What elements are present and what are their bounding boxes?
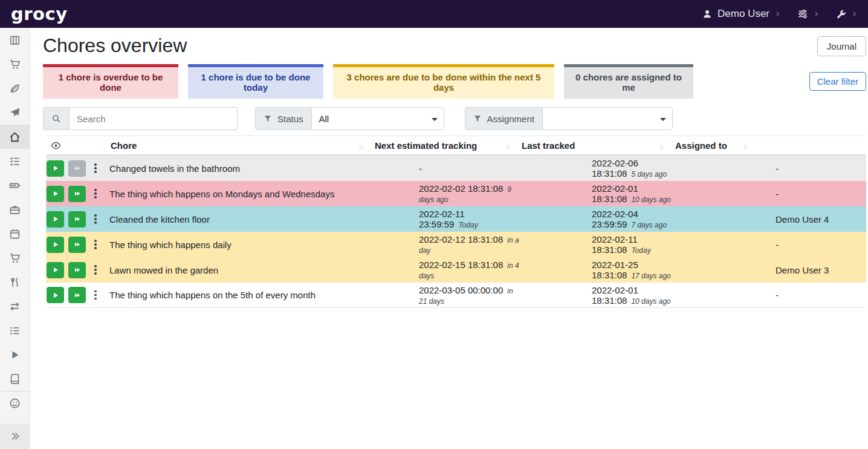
sidebar-item-purchase[interactable] <box>0 246 30 270</box>
chores-table: Chore Next estimated tracking Last track… <box>46 136 866 308</box>
sidebar-item-chore-tracking[interactable] <box>0 342 30 367</box>
status-filter-select[interactable]: All <box>312 107 444 130</box>
paper-plane-icon <box>9 107 21 119</box>
sidebar-item-chores-overview[interactable] <box>0 125 30 149</box>
track-chore-button[interactable] <box>47 160 64 177</box>
play-icon <box>52 215 59 223</box>
filter-icon <box>473 114 482 123</box>
settings-menu[interactable] <box>797 8 819 19</box>
row-menu-button[interactable] <box>90 211 101 227</box>
chore-name: Cleaned the kitchen floor <box>108 214 372 224</box>
user-menu-label: Demo User <box>717 8 769 20</box>
calendar-icon <box>9 228 21 240</box>
sidebar-item-calendar[interactable] <box>0 221 30 246</box>
sidebar-item-stock-overview[interactable] <box>0 28 30 52</box>
sidebar-expand-toggle[interactable] <box>0 424 30 449</box>
clear-filter-button[interactable]: Clear filter <box>809 72 866 91</box>
skip-chore-button[interactable] <box>68 287 86 303</box>
track-chore-button[interactable] <box>47 211 64 228</box>
play-icon <box>52 190 59 197</box>
filter-icon <box>264 114 272 123</box>
search-icon <box>51 114 61 123</box>
journal-button[interactable]: Journal <box>817 36 866 56</box>
grocy-logo[interactable]: grocy <box>11 5 68 23</box>
sliders-icon <box>797 8 808 19</box>
fast-forward-icon <box>74 215 81 223</box>
track-chore-button[interactable] <box>47 262 64 278</box>
sidebar-item-equipment[interactable] <box>0 197 30 221</box>
sidebar-item-battery-tracking[interactable] <box>0 367 30 391</box>
admin-tools-menu[interactable] <box>836 9 857 19</box>
skip-chore-button[interactable] <box>68 186 86 202</box>
row-menu-button[interactable] <box>90 186 101 202</box>
briefcase-icon <box>9 204 21 215</box>
sidebar-item-batteries-overview[interactable] <box>0 173 30 197</box>
search-input[interactable] <box>70 107 238 130</box>
sort-icon <box>743 140 747 151</box>
table-row: Lawn mowed in the garden 2022-02-15 18:3… <box>46 257 866 283</box>
play-icon <box>52 292 59 299</box>
status-filter-value: All <box>319 114 329 124</box>
leaf-icon <box>9 83 21 94</box>
track-chore-button[interactable] <box>47 287 64 303</box>
status-filter-label: Status <box>255 107 312 130</box>
table-row: The thing which happens daily 2022-02-12… <box>46 232 866 257</box>
smiley-icon <box>9 398 21 409</box>
tasks-icon <box>9 156 21 167</box>
sidebar <box>0 28 30 449</box>
header-last-tracked[interactable]: Last tracked <box>519 136 673 154</box>
chore-name: The thing which happens on the 5th of ev… <box>108 290 372 300</box>
last-tracked-relative: 5 days ago <box>631 170 667 179</box>
chore-name: The thing which happens daily <box>108 240 372 250</box>
fast-forward-icon <box>74 292 81 299</box>
sidebar-item-inventory[interactable] <box>0 318 30 342</box>
play-icon <box>52 266 59 274</box>
assignment-filter-label: Assignment <box>465 107 543 130</box>
sidebar-item-consume[interactable] <box>0 270 30 294</box>
column-visibility-toggle[interactable] <box>46 136 108 154</box>
book-icon <box>9 373 21 385</box>
status-filter-group: Status All <box>255 107 444 130</box>
next-tracking-relative: Today <box>458 221 478 229</box>
banner-due-today[interactable]: 1 chore is due to be done today <box>188 64 323 99</box>
row-menu-button[interactable] <box>90 262 101 278</box>
exchange-icon <box>9 301 21 312</box>
utensils-icon <box>9 277 21 288</box>
skip-chore-button[interactable] <box>68 237 86 253</box>
row-menu-button[interactable] <box>90 160 101 176</box>
header-next-estimated-tracking[interactable]: Next estimated tracking <box>372 136 519 154</box>
sidebar-item-transfer[interactable] <box>0 294 30 318</box>
track-chore-button[interactable] <box>47 186 64 202</box>
next-tracking-date: 2022-02-02 18:31:08 <box>419 183 503 194</box>
next-tracking-date: 2022-02-15 18:31:08 <box>419 260 503 270</box>
banner-due-soon[interactable]: 3 chores are due to be done within the n… <box>333 64 554 99</box>
play-icon <box>52 165 59 172</box>
last-tracked-relative: Today <box>631 246 650 255</box>
row-menu-button[interactable] <box>90 237 101 252</box>
sidebar-item-tasks[interactable] <box>0 149 30 173</box>
header-chore[interactable]: Chore <box>108 136 372 154</box>
user-menu[interactable]: Demo User <box>702 8 780 20</box>
skip-chore-button[interactable] <box>68 211 86 228</box>
assigned-to: Demo User 4 <box>673 214 866 224</box>
next-tracking-date: - <box>419 163 422 174</box>
assigned-to: Demo User 3 <box>673 265 866 275</box>
next-tracking-date: 2022-02-12 18:31:08 <box>419 234 503 244</box>
track-chore-button[interactable] <box>47 237 64 253</box>
sidebar-item-userentity[interactable] <box>0 391 30 415</box>
chevron-right-icon <box>775 10 780 18</box>
assigned-to: - <box>673 240 866 250</box>
banner-assigned-to-me[interactable]: 0 chores are assigned to me <box>564 64 693 99</box>
header-assigned-to[interactable]: Assigned to <box>673 136 866 154</box>
banner-overdue[interactable]: 1 chore is overdue to be done <box>43 64 178 99</box>
row-menu-button[interactable] <box>90 287 101 303</box>
cart-icon <box>9 252 21 264</box>
sidebar-item-recipes[interactable] <box>0 76 30 100</box>
assignment-filter-select[interactable] <box>543 107 673 130</box>
skip-chore-button[interactable] <box>68 160 86 177</box>
sidebar-item-shopping-list[interactable] <box>0 52 30 76</box>
chore-name: Lawn mowed in the garden <box>108 265 372 275</box>
sidebar-item-meal-plan[interactable] <box>0 100 30 125</box>
table-row: The thing which happens on Mondays and W… <box>46 181 866 206</box>
skip-chore-button[interactable] <box>68 262 86 278</box>
